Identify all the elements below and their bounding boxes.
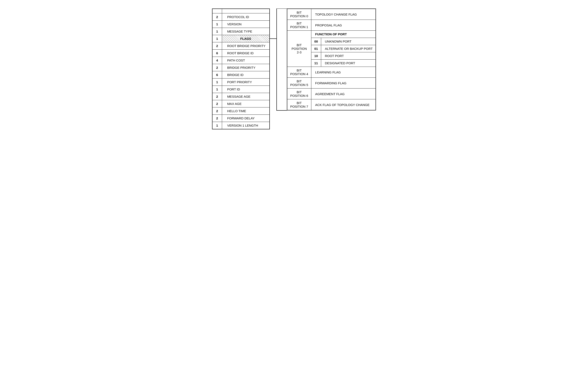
byte-value: 2	[212, 42, 222, 50]
field-name: PATH COST	[222, 57, 269, 64]
function-header: FUNCTION OF PORT	[311, 31, 376, 38]
byte-value: 2	[212, 13, 222, 21]
field-name: MESSAGE TYPE	[222, 28, 269, 35]
table-row: 2FORWARD DELAY	[212, 115, 270, 122]
field-name: HELLO TIME	[222, 107, 269, 115]
byte-value: 4	[212, 57, 222, 64]
bit-description: TOPOLOGY CHANGE FLAG	[311, 9, 376, 20]
table-row: 1VERSION	[212, 21, 270, 28]
table-row: 2MESSAGE AGE	[212, 93, 270, 100]
bit-position: BIT POSITION 5	[287, 78, 311, 89]
table-row: 2ROOT BRIDGE PRIORITY	[212, 42, 270, 50]
byte-value: 2	[212, 115, 222, 122]
field-name: MESSAGE AGE	[222, 93, 269, 100]
byte-value: 1	[212, 28, 222, 35]
table-row: 1MESSAGE TYPE	[212, 28, 270, 35]
bit-description: PROPOSAL FLAG	[311, 20, 376, 31]
bit-description: ACK FLAG OF TOPOLOGY CHANGE	[311, 99, 376, 110]
bit-description: AGREEMENT FLAG	[311, 89, 376, 99]
field-name: BRIDGE ID	[222, 71, 269, 78]
table-row: BIT POSITION 7ACK FLAG OF TOPOLOGY CHANG…	[287, 99, 376, 110]
field-name: VERSION	[222, 21, 269, 28]
byte-value: 1	[212, 86, 222, 93]
byte-value: 2	[212, 107, 222, 115]
byte-value: 1	[212, 122, 222, 129]
table-row: BIT POSITION 4LEARNING FLAG	[287, 67, 376, 78]
table-row: 1VERSION 1 LENGTH	[212, 122, 270, 129]
right-table: BIT POSITION 0TOPOLOGY CHANGE FLAGBIT PO…	[287, 8, 376, 110]
field-name: PORT PRIORITY	[222, 78, 269, 86]
table-row: 2HELLO TIME	[212, 107, 270, 115]
bit-position: BIT POSITION 1	[287, 20, 311, 31]
table-row: 4PATH COST	[212, 57, 270, 64]
byte-value: 2	[212, 93, 222, 100]
bit-description: FORWARDING FLAG	[311, 78, 376, 89]
connector-lines	[270, 8, 287, 129]
col-header-byte	[212, 9, 222, 13]
field-name: BRIDGE PRIORITY	[222, 64, 269, 71]
byte-value: 1	[212, 78, 222, 86]
port-description: DESIGNATED PORT	[321, 60, 376, 67]
bit-description: LEARNING FLAG	[311, 67, 376, 78]
table-row: 2PROTOCOL ID	[212, 13, 270, 21]
bit-position: BIT POSITION 7	[287, 99, 311, 110]
field-name: VERSION 1 LENGTH	[222, 122, 269, 129]
field-name: PORT ID	[222, 86, 269, 93]
bit-position: BIT POSITION 4	[287, 67, 311, 78]
port-code: 00	[311, 38, 321, 45]
port-code: 10	[311, 52, 321, 60]
field-name: ROOT BRIDGE PRIORITY	[222, 42, 269, 50]
field-name: PROTOCOL ID	[222, 13, 269, 21]
bit-position: BIT POSITION 2-3	[287, 31, 311, 67]
table-row: 6ROOT BRIDGE ID	[212, 50, 270, 57]
port-description: ALTERNATE OR BACKUP PORT	[321, 45, 376, 52]
port-code: 01	[311, 45, 321, 52]
port-description: ROOT PORT	[321, 52, 376, 60]
field-name: MAX AGE	[222, 100, 269, 107]
table-row: BIT POSITION 0TOPOLOGY CHANGE FLAG	[287, 9, 376, 20]
left-table: 2PROTOCOL ID1VERSION1MESSAGE TYPE1FLAGS2…	[212, 8, 270, 129]
bit-position: BIT POSITION 6	[287, 89, 311, 99]
field-name: FORWARD DELAY	[222, 115, 269, 122]
table-row: BIT POSITION 1PROPOSAL FLAG	[287, 20, 376, 31]
byte-value: 1	[212, 21, 222, 28]
byte-value: 1	[212, 35, 222, 42]
byte-value: 2	[212, 64, 222, 71]
port-description: UNKNOWN PORT	[321, 38, 376, 45]
table-row: 2MAX AGE	[212, 100, 270, 107]
field-name: ROOT BRIDGE ID	[222, 50, 269, 57]
page-container: 2PROTOCOL ID1VERSION1MESSAGE TYPE1FLAGS2…	[212, 8, 376, 129]
table-row: BIT POSITION 5FORWARDING FLAG	[287, 78, 376, 89]
table-row: 6BRIDGE ID	[212, 71, 270, 78]
col-header-field	[222, 9, 269, 13]
table-row: BIT POSITION 2-3FUNCTION OF PORT	[287, 31, 376, 38]
byte-value: 6	[212, 50, 222, 57]
byte-value: 2	[212, 100, 222, 107]
table-row: 1PORT PRIORITY	[212, 78, 270, 86]
byte-value: 6	[212, 71, 222, 78]
port-code: 11	[311, 60, 321, 67]
table-row: 1FLAGS	[212, 35, 270, 42]
table-row: 1PORT ID	[212, 86, 270, 93]
field-name: FLAGS	[222, 35, 269, 42]
bit-position: BIT POSITION 0	[287, 9, 311, 20]
table-row: BIT POSITION 6AGREEMENT FLAG	[287, 89, 376, 99]
table-row: 2BRIDGE PRIORITY	[212, 64, 270, 71]
